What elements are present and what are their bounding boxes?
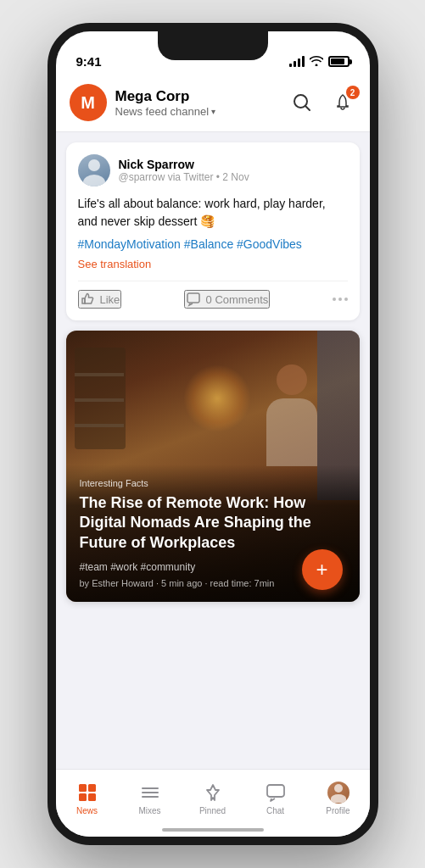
like-label: Like: [100, 293, 120, 306]
app-content: M Mega Corp News feed channel ▾: [56, 74, 370, 837]
channel-name: News feed channel: [115, 105, 210, 118]
chevron-down-icon: ▾: [211, 107, 215, 116]
mixes-icon: [139, 782, 161, 804]
nav-item-pinned[interactable]: Pinned: [182, 782, 244, 815]
author-meta: @sparrow via Twitter • 2 Nov: [119, 171, 249, 183]
article-category: Interesting facts: [80, 478, 346, 488]
notification-badge: 2: [346, 86, 360, 99]
author-info: Nick Sparrow @sparrow via Twitter • 2 No…: [119, 158, 249, 183]
profile-avatar-icon: [327, 782, 350, 804]
phone-frame: 9:41 M: [48, 23, 378, 845]
notch: [158, 31, 268, 60]
bottom-navigation: News Mixes Pinned: [56, 769, 370, 837]
comments-label: 0 Comments: [206, 293, 269, 306]
nav-item-news[interactable]: News: [56, 782, 119, 815]
svg-rect-5: [88, 793, 96, 801]
status-time: 9:41: [76, 54, 102, 69]
mixes-nav-label: Mixes: [138, 806, 160, 815]
news-feed[interactable]: Nick Sparrow @sparrow via Twitter • 2 No…: [56, 132, 370, 769]
article-title: The Rise of Remote Work: How Digital Nom…: [80, 493, 346, 553]
post-body: Life's all about balance: work hard, pla…: [78, 195, 348, 231]
comments-button[interactable]: 0 Comments: [184, 290, 271, 309]
article-card[interactable]: Interesting facts The Rise of Remote Wor…: [66, 331, 360, 602]
chat-icon: [265, 782, 287, 804]
svg-rect-1: [187, 293, 199, 303]
notifications-button[interactable]: 2: [329, 89, 356, 116]
post-hashtags[interactable]: #MondayMotivation #Balance #GoodVibes: [78, 237, 348, 251]
svg-rect-6: [267, 785, 284, 797]
nav-item-profile[interactable]: Profile: [307, 782, 370, 815]
more-options-button[interactable]: [333, 298, 348, 301]
channel-selector[interactable]: News feed channel ▾: [115, 105, 216, 118]
author-name: Nick Sparrow: [119, 158, 249, 171]
search-button[interactable]: [288, 89, 316, 116]
create-fab[interactable]: +: [302, 549, 343, 590]
status-icons: [289, 54, 350, 69]
post-card: Nick Sparrow @sparrow via Twitter • 2 No…: [66, 142, 360, 320]
header-actions: 2: [288, 89, 356, 116]
signal-icon: [289, 56, 305, 67]
header-text: Mega Corp News feed channel ▾: [115, 88, 216, 118]
pinned-nav-label: Pinned: [199, 806, 226, 815]
app-header: M Mega Corp News feed channel ▾: [56, 74, 370, 132]
svg-rect-4: [79, 793, 87, 801]
company-name: Mega Corp: [115, 88, 216, 105]
svg-rect-2: [79, 784, 87, 792]
nav-item-chat[interactable]: Chat: [244, 782, 307, 815]
pinned-icon: [202, 782, 224, 804]
profile-nav-label: Profile: [326, 806, 350, 815]
header-brand[interactable]: M Mega Corp News feed channel ▾: [70, 84, 216, 121]
news-nav-label: News: [76, 806, 98, 815]
author-avatar: [78, 154, 110, 186]
wifi-icon: [310, 54, 323, 69]
post-actions: Like 0 Comments: [78, 281, 348, 309]
nav-item-mixes[interactable]: Mixes: [119, 782, 182, 815]
news-icon: [76, 782, 98, 804]
like-button[interactable]: Like: [78, 290, 122, 309]
post-author[interactable]: Nick Sparrow @sparrow via Twitter • 2 No…: [78, 154, 348, 186]
see-translation-link[interactable]: See translation: [78, 258, 152, 270]
svg-rect-3: [88, 784, 96, 792]
battery-icon: [328, 56, 350, 67]
home-indicator: [162, 828, 264, 832]
company-logo: M: [70, 84, 107, 121]
chat-nav-label: Chat: [266, 806, 284, 815]
